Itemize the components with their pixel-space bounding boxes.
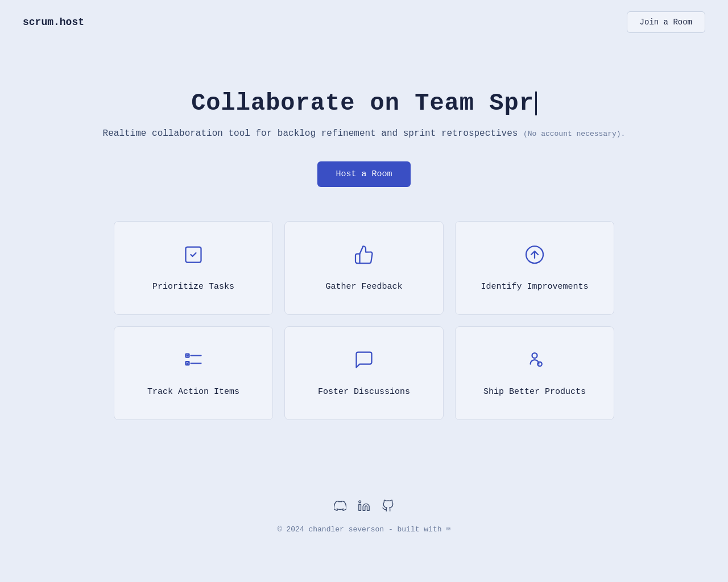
- github-icon[interactable]: [382, 500, 394, 516]
- thumbsup-icon: [354, 244, 374, 271]
- feature-card-prioritize: Prioritize Tasks: [114, 221, 273, 315]
- logo: scrum.host: [23, 16, 84, 28]
- feature-card-action-items: Track Action Items: [114, 326, 273, 420]
- footer-copyright: © 2024 chandler severson - built with ⌨️: [23, 525, 705, 534]
- feature-label-action-items: Track Action Items: [147, 387, 239, 397]
- features-grid: Prioritize Tasks Gather Feedback Identif…: [91, 221, 637, 420]
- feature-label-ship: Ship Better Products: [483, 387, 586, 397]
- feature-label-feedback: Gather Feedback: [325, 282, 402, 292]
- join-room-button[interactable]: Join a Room: [627, 11, 705, 33]
- site-footer: © 2024 chandler severson - built with ⌨️: [0, 465, 728, 556]
- discord-icon[interactable]: [334, 500, 346, 516]
- feature-card-discussions: Foster Discussions: [284, 326, 444, 420]
- hero-subtitle: Realtime collaboration tool for backlog …: [23, 128, 705, 139]
- feature-label-prioritize: Prioritize Tasks: [152, 282, 234, 292]
- feature-card-improvements: Identify Improvements: [455, 221, 614, 315]
- feature-card-feedback: Gather Feedback: [284, 221, 444, 315]
- person-circle-icon: [524, 350, 545, 376]
- svg-point-10: [359, 501, 361, 503]
- chat-icon: [354, 350, 374, 376]
- feature-card-ship: Ship Better Products: [455, 326, 614, 420]
- hero-title: Collaborate on Team Spr: [23, 90, 705, 117]
- footer-social-icons: [23, 500, 705, 516]
- site-header: scrum.host Join a Room: [0, 0, 728, 44]
- task-list-icon: [183, 350, 204, 376]
- svg-rect-9: [359, 504, 361, 510]
- feature-label-discussions: Foster Discussions: [318, 387, 410, 397]
- hero-section: Collaborate on Team Spr Realtime collabo…: [0, 44, 728, 221]
- feature-label-improvements: Identify Improvements: [481, 282, 588, 292]
- checkbox-icon: [183, 244, 204, 271]
- linkedin-icon[interactable]: [358, 500, 370, 516]
- upload-circle-icon: [524, 244, 545, 271]
- svg-point-7: [532, 353, 537, 358]
- host-room-button[interactable]: Host a Room: [317, 161, 410, 187]
- svg-point-8: [537, 362, 542, 367]
